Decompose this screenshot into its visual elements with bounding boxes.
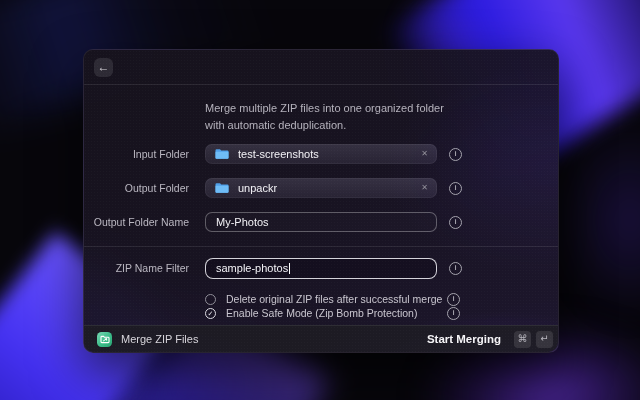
output-folder-value: unpackr [238, 182, 277, 194]
merge-zip-app-icon [97, 332, 112, 347]
zip-name-filter-label: ZIP Name Filter [84, 262, 189, 274]
folder-arrow-glyph [100, 335, 110, 344]
form-rows: Input Folder test-screenshots ✕ i Output… [84, 144, 558, 320]
zip-name-filter-value: sample-photos [216, 262, 288, 274]
form-body: Merge multiple ZIP files into one organi… [84, 85, 558, 320]
input-folder-label: Input Folder [84, 148, 189, 160]
safe-mode-checkbox[interactable]: ✓ [205, 308, 216, 319]
return-key-icon[interactable]: ↵ [536, 331, 553, 348]
start-merging-button[interactable]: Start Merging [427, 333, 501, 345]
input-folder-field[interactable]: test-screenshots ✕ [205, 144, 437, 164]
back-button[interactable]: ← [94, 58, 113, 77]
output-folder-name-input[interactable]: My-Photos [205, 212, 437, 232]
input-folder-row: Input Folder test-screenshots ✕ i [84, 144, 558, 164]
output-folder-label: Output Folder [84, 182, 189, 194]
wallpaper-swirl [560, 120, 640, 320]
info-icon[interactable]: i [449, 262, 462, 275]
description-text: Merge multiple ZIP files into one organi… [205, 100, 457, 134]
info-icon[interactable]: i [449, 216, 462, 229]
info-icon[interactable]: i [449, 182, 462, 195]
input-folder-value: test-screenshots [238, 148, 319, 160]
command-key-icon[interactable]: ⌘ [514, 331, 531, 348]
options: Delete original ZIP files after successf… [84, 292, 558, 320]
output-folder-name-label: Output Folder Name [84, 216, 189, 228]
delete-originals-label: Delete original ZIP files after successf… [226, 293, 447, 305]
delete-originals-row: Delete original ZIP files after successf… [84, 292, 558, 306]
zip-name-filter-row: ZIP Name Filter sample-photos i [84, 258, 558, 278]
safe-mode-row: ✓ Enable Safe Mode (Zip Bomb Protection)… [84, 306, 558, 320]
folder-icon [215, 182, 229, 194]
folder-icon [215, 148, 229, 160]
window-header: ← [84, 50, 558, 85]
clear-icon[interactable]: ✕ [421, 150, 428, 158]
checkmark-icon: ✓ [208, 310, 214, 317]
output-folder-name-row: Output Folder Name My-Photos i [84, 212, 558, 232]
back-arrow-icon: ← [98, 61, 110, 73]
zip-name-filter-input[interactable]: sample-photos [205, 258, 437, 279]
text-cursor [289, 263, 290, 274]
clear-icon[interactable]: ✕ [421, 184, 428, 192]
delete-originals-checkbox[interactable] [205, 294, 216, 305]
merge-zip-window: ← Merge multiple ZIP files into one orga… [83, 49, 559, 353]
output-folder-field[interactable]: unpackr ✕ [205, 178, 437, 198]
output-folder-name-value: My-Photos [216, 216, 269, 228]
info-icon[interactable]: i [447, 293, 460, 306]
footer-bar: Merge ZIP Files Start Merging ⌘ ↵ [84, 325, 558, 352]
safe-mode-label: Enable Safe Mode (Zip Bomb Protection) [226, 307, 447, 319]
section-divider [84, 246, 558, 247]
info-icon[interactable]: i [449, 148, 462, 161]
app-title: Merge ZIP Files [121, 333, 198, 345]
info-icon[interactable]: i [447, 307, 460, 320]
screen: ← Merge multiple ZIP files into one orga… [0, 0, 640, 400]
output-folder-row: Output Folder unpackr ✕ i [84, 178, 558, 198]
